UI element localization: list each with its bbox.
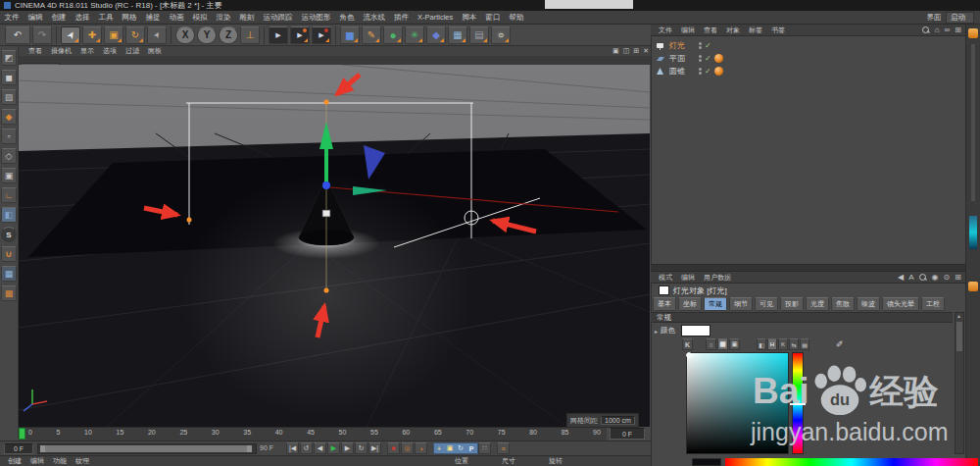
record-scale-toggle[interactable]: ▣: [445, 442, 455, 454]
menu-item-snap[interactable]: 捕捉: [141, 13, 165, 23]
object-name[interactable]: 灯光: [669, 40, 685, 51]
menu-item-motion-tracker[interactable]: 运动跟踪: [259, 13, 297, 23]
panel-divider[interactable]: [651, 264, 965, 272]
next-frame-button[interactable]: ▶: [341, 442, 354, 454]
make-editable-icon[interactable]: ◩: [1, 50, 17, 66]
material-tag-icon[interactable]: [714, 54, 723, 63]
goto-end-button[interactable]: ▶|: [368, 442, 381, 454]
viewport-solo-icon[interactable]: ◧: [1, 207, 17, 223]
visibility-dots[interactable]: [699, 42, 702, 50]
viewport-menu-panel[interactable]: 面板: [148, 46, 162, 56]
scale-tool-button[interactable]: ▣: [104, 26, 123, 44]
value-mode-swatch-icon[interactable]: ▤: [800, 338, 809, 350]
menu-item-tools[interactable]: 工具: [94, 13, 118, 23]
tab-coordinates[interactable]: 坐标: [678, 297, 702, 311]
menu-item-mesh[interactable]: 网格: [118, 13, 141, 23]
workplane-align-icon[interactable]: ▩: [1, 285, 17, 301]
visibility-dots[interactable]: [699, 55, 702, 63]
snap-icon[interactable]: S: [1, 227, 17, 242]
section-header-general[interactable]: 常规: [651, 312, 953, 323]
path-icon[interactable]: ∞: [945, 26, 951, 34]
tab-basic[interactable]: 基本: [653, 297, 676, 311]
om-menu-tags[interactable]: 标签: [749, 26, 762, 35]
spectrum-mode-icon[interactable]: ▦: [717, 338, 728, 350]
menu-item-character[interactable]: 角色: [335, 13, 359, 23]
image-mode-icon[interactable]: ▣: [729, 338, 740, 350]
magnet-icon[interactable]: ∪: [1, 246, 17, 262]
points-mode-icon[interactable]: ▫: [1, 129, 17, 144]
dock-icon[interactable]: ⊞: [955, 273, 961, 282]
add-light-button[interactable]: ○: [491, 26, 511, 44]
keyframe-dots-button[interactable]: ∷: [478, 442, 491, 454]
rotate-tool-button[interactable]: ↻: [125, 26, 145, 44]
letter-a-icon[interactable]: A: [908, 273, 913, 282]
viewport-menu-cameras[interactable]: 摄像机: [51, 46, 72, 56]
kelvin-mode-icon[interactable]: K: [682, 338, 693, 350]
undo-button[interactable]: ↶: [5, 26, 30, 44]
color-sv-field[interactable]: [686, 352, 789, 454]
material-menu-edit[interactable]: 编辑: [30, 456, 44, 466]
add-spline-button[interactable]: ✎: [362, 26, 381, 44]
am-menu-userdata[interactable]: 用户数据: [704, 273, 731, 283]
record-rotation-toggle[interactable]: ↻: [456, 442, 466, 454]
autokey-button[interactable]: ◎: [401, 442, 414, 454]
render-region-button[interactable]: ▶: [290, 26, 310, 44]
scrollbar-thumb[interactable]: [956, 322, 962, 351]
add-mograph-button[interactable]: ✳: [405, 26, 424, 44]
viewport-menu-filter[interactable]: 过滤: [125, 46, 139, 56]
value-mode-mix-icon[interactable]: ⇆: [789, 338, 799, 350]
dock-tab-icon-bottom[interactable]: [968, 282, 978, 291]
coordinate-system-button[interactable]: ⊥: [240, 26, 260, 44]
menu-item-simulate[interactable]: 模拟: [188, 13, 212, 23]
enabled-check-icon[interactable]: ✓: [705, 41, 711, 50]
goto-start-button[interactable]: |◀: [286, 442, 299, 454]
record-position-toggle[interactable]: +: [434, 442, 444, 454]
live-selection-tool-button[interactable]: ➤: [61, 26, 80, 44]
back-arrow-icon[interactable]: ◀: [898, 273, 904, 282]
menu-item-create[interactable]: 创建: [47, 13, 71, 23]
om-menu-objects[interactable]: 对象: [726, 26, 740, 35]
prev-frame-button[interactable]: ◀: [314, 442, 326, 454]
viewport-corner-icon-4[interactable]: ✕: [643, 47, 649, 55]
record-parameter-toggle[interactable]: P: [466, 442, 476, 454]
play-reverse-button[interactable]: ↺: [300, 442, 313, 454]
tab-details[interactable]: 细节: [729, 297, 753, 311]
lock-y-axis-button[interactable]: Y: [197, 26, 217, 44]
menu-item-mograph[interactable]: 运动图形: [297, 13, 335, 23]
value-mode-hsv-icon[interactable]: H: [767, 338, 777, 350]
am-menu-mode[interactable]: 模式: [659, 273, 672, 283]
search-icon[interactable]: [922, 26, 930, 34]
workplane-lock-icon[interactable]: ▦: [1, 266, 17, 282]
object-name[interactable]: 平面: [669, 53, 685, 64]
menu-item-plugins[interactable]: 插件: [390, 13, 414, 23]
person-icon[interactable]: ◉: [932, 273, 939, 282]
timeline-playhead[interactable]: [19, 428, 25, 440]
wheel-mode-icon[interactable]: ○: [706, 338, 716, 350]
menu-item-help[interactable]: 帮助: [505, 13, 528, 23]
om-menu-file[interactable]: 文件: [659, 26, 672, 35]
material-menu-create[interactable]: 创建: [8, 456, 22, 466]
menu-item-select[interactable]: 选择: [71, 13, 94, 23]
color-sv-cursor[interactable]: [686, 352, 692, 358]
menu-item-pipeline[interactable]: 流水线: [359, 13, 390, 23]
material-menu-texture[interactable]: 纹理: [75, 456, 89, 466]
loop-button[interactable]: ↻: [355, 442, 368, 454]
menu-item-animate[interactable]: 动画: [165, 13, 188, 23]
texture-mode-icon[interactable]: ▨: [1, 89, 17, 105]
redo-button[interactable]: ↷: [32, 26, 52, 44]
attribute-scrollbar[interactable]: ▲: [955, 312, 964, 454]
tab-lens-flare[interactable]: 镜头光晕: [882, 297, 919, 311]
object-row-plane[interactable]: 平面 ✓: [655, 52, 949, 65]
expand-arrow-icon[interactable]: ▸: [655, 328, 658, 335]
timeline-ruler[interactable]: 0 5 10 15 20 25 30 35 40 45 50 55 60 65 …: [19, 427, 607, 440]
enabled-check-icon[interactable]: ✓: [705, 67, 711, 76]
material-tag-icon[interactable]: [714, 67, 723, 76]
add-generator-button[interactable]: ●: [383, 26, 403, 44]
om-menu-bookmarks[interactable]: 书签: [771, 26, 785, 35]
range-slider-handle[interactable]: [40, 445, 252, 452]
range-start-box[interactable]: 0 F: [4, 443, 33, 454]
tab-project[interactable]: 工程: [921, 297, 945, 311]
solo-button[interactable]: ≡: [497, 442, 510, 454]
tab-caustics[interactable]: 焦散: [831, 297, 855, 311]
timeline-range-slider[interactable]: [37, 443, 257, 454]
